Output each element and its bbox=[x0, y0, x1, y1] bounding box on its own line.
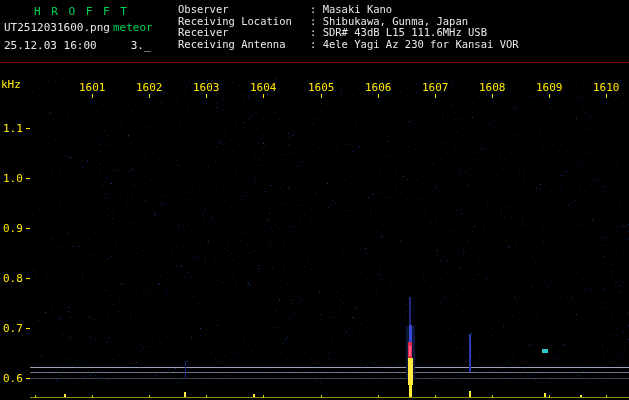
y-tick-label: 0.9 bbox=[3, 222, 23, 235]
field-label: Receiver bbox=[178, 27, 310, 39]
station-info-row: Receiving Antenna: 4ele Yagi Az 230 for … bbox=[178, 39, 519, 51]
field-value: 4ele Yagi Az 230 for Kansai VOR bbox=[323, 39, 519, 51]
field-value: SDR# 43dB L15 111.6MHz USB bbox=[323, 27, 487, 39]
field-separator: : bbox=[310, 27, 323, 39]
station-info-row: Receiver: SDR# 43dB L15 111.6MHz USB bbox=[178, 27, 519, 39]
x-tick-label: 1602 bbox=[136, 81, 163, 94]
filename: UT2512031600.png bbox=[4, 21, 110, 34]
time-line: 25.12.03 16:003._ bbox=[4, 39, 151, 52]
x-tick-label: 1607 bbox=[422, 81, 449, 94]
y-tick-label: 0.7 bbox=[3, 322, 23, 335]
station-info: Observer: Masaki KanoReceiving Location:… bbox=[178, 4, 519, 50]
counter: 3._ bbox=[131, 39, 151, 52]
app-title: H R O F F T bbox=[34, 5, 129, 18]
y-tick-label: 1.1 bbox=[3, 122, 23, 135]
mode-label: meteor bbox=[113, 21, 153, 34]
x-tick-label: 1603 bbox=[193, 81, 220, 94]
x-tick-label: 1605 bbox=[308, 81, 335, 94]
x-tick-label: 1610 bbox=[593, 81, 620, 94]
x-tick-label: 1601 bbox=[79, 81, 106, 94]
field-label: Observer bbox=[178, 4, 310, 16]
header-divider bbox=[0, 62, 629, 63]
y-tick-label: 0.6 bbox=[3, 372, 23, 385]
field-separator: : bbox=[310, 39, 323, 51]
timestamp: 25.12.03 16:00 bbox=[4, 39, 97, 52]
x-tick-label: 1604 bbox=[250, 81, 277, 94]
field-label: Receiving Antenna bbox=[178, 39, 310, 51]
hrofft-output: H R O F F T UT2512031600.pngmeteor 25.12… bbox=[0, 0, 629, 400]
y-tick-label: 1.0 bbox=[3, 172, 23, 185]
x-tick-label: 1608 bbox=[479, 81, 506, 94]
spectrogram-canvas bbox=[0, 0, 629, 400]
field-separator: : bbox=[310, 4, 323, 16]
y-axis-unit-label: kHz bbox=[1, 78, 21, 91]
file-line: UT2512031600.pngmeteor bbox=[4, 21, 153, 34]
field-value: Masaki Kano bbox=[323, 4, 393, 16]
station-info-row: Observer: Masaki Kano bbox=[178, 4, 519, 16]
x-tick-label: 1606 bbox=[365, 81, 392, 94]
y-tick-label: 0.8 bbox=[3, 272, 23, 285]
x-tick-label: 1609 bbox=[536, 81, 563, 94]
